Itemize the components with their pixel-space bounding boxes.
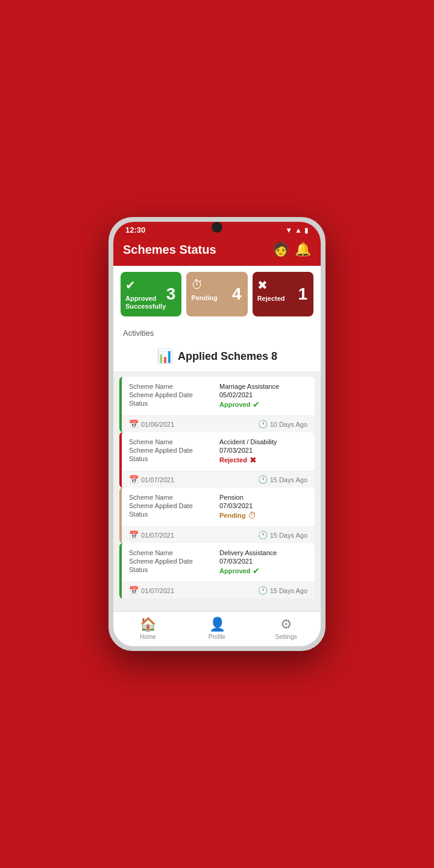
profile-label: Profile [209, 634, 225, 640]
applied-schemes-header: 📊 Applied Schemes 8 [113, 341, 321, 372]
camera-notch [212, 222, 222, 233]
rejected-label: Rejected [257, 295, 285, 303]
applied-schemes-title: Applied Schemes 8 [178, 350, 277, 363]
settings-icon: ⚙ [280, 617, 292, 632]
schemes-list: Scheme Name Marriage Assistance Scheme A… [113, 372, 321, 611]
profile-icon[interactable]: 🧑 [272, 242, 289, 257]
scheme-name-label: Scheme Name [129, 383, 217, 390]
bottom-nav: 🏠 Home 👤 Profile ⚙ Settings [113, 611, 321, 646]
scheme-info: Scheme Name Delivery Assistance Scheme A… [122, 543, 315, 582]
approved-icon: ✔ [125, 278, 136, 292]
scheme-card[interactable]: Scheme Name Delivery Assistance Scheme A… [119, 543, 315, 599]
scheme-time-footer: 🕐 15 Days Ago [258, 586, 307, 595]
scheme-name-value: Accident / Disability [219, 438, 307, 445]
scheme-card[interactable]: Scheme Name Pension Scheme Applied Date … [119, 488, 315, 543]
scheme-footer: 📅 01/06/2021 🕐 10 Days Ago [122, 415, 315, 432]
activities-label: Activities [123, 329, 154, 338]
scheme-status-label: Status [129, 511, 217, 520]
approved-count: 3 [166, 285, 176, 304]
calendar-icon: 📅 [129, 475, 139, 484]
stat-card-rejected[interactable]: ✖ Rejected 1 [253, 272, 313, 316]
scheme-name-label: Scheme Name [129, 549, 217, 556]
scheme-time-footer: 🕐 15 Days Ago [258, 475, 307, 484]
chart-icon: 📊 [157, 348, 173, 364]
scheme-status-label: Status [129, 400, 217, 409]
status-badge: Approved [219, 567, 250, 574]
footer-days-ago: 15 Days Ago [270, 532, 307, 539]
wifi-icon: ▼ [285, 226, 292, 234]
footer-date: 01/07/2021 [141, 476, 174, 483]
scheme-date-footer: 📅 01/07/2021 [129, 475, 174, 484]
approved-label: ApprovedSuccessfully [125, 295, 166, 310]
pending-label: Pending [191, 294, 217, 302]
scheme-info: Scheme Name Accident / Disability Scheme… [122, 432, 315, 471]
status-icons: ▼ ▲ ▮ [285, 226, 309, 234]
clock-icon: 🕐 [258, 530, 268, 539]
activities-section: Activities [113, 322, 321, 341]
scheme-name-value: Marriage Assistance [219, 383, 307, 390]
scheme-status-label: Status [129, 566, 217, 576]
status-badge: Pending [219, 512, 245, 519]
calendar-icon: 📅 [129, 530, 139, 539]
header-actions: 🧑 🔔 [272, 242, 311, 257]
status-badge: Approved [219, 401, 250, 408]
status-dot-icon: ✔ [253, 400, 260, 409]
rejected-icon: ✖ [257, 278, 268, 292]
scheme-date-label: Scheme Applied Date [129, 558, 217, 565]
scheme-info: Scheme Name Pension Scheme Applied Date … [122, 488, 315, 526]
person-icon: 👤 [209, 617, 225, 632]
nav-home[interactable]: 🏠 Home [113, 617, 183, 640]
scheme-status-row: Approved ✔ [219, 400, 307, 409]
scheme-name-label: Scheme Name [129, 494, 217, 501]
footer-days-ago: 15 Days Ago [270, 476, 307, 483]
scheme-date-footer: 📅 01/06/2021 [129, 420, 174, 429]
battery-icon: ▮ [304, 226, 309, 234]
scheme-time-footer: 🕐 15 Days Ago [258, 530, 307, 539]
scheme-date-footer: 📅 01/07/2021 [129, 530, 174, 539]
footer-date: 01/07/2021 [141, 532, 174, 539]
home-label: Home [140, 634, 156, 640]
scheme-footer: 📅 01/07/2021 🕐 15 Days Ago [122, 471, 315, 488]
stat-card-pending[interactable]: ⏱ Pending 4 [186, 272, 247, 316]
calendar-icon: 📅 [129, 420, 139, 429]
scheme-name-value: Delivery Assistance [219, 549, 307, 556]
page-title: Schemes Status [123, 243, 216, 257]
clock-icon: 🕐 [258, 475, 268, 484]
scheme-name-value: Pension [219, 494, 307, 501]
scheme-date-value: 07/03/2021 [219, 447, 307, 454]
pending-count: 4 [232, 285, 242, 304]
header: Schemes Status 🧑 🔔 [113, 237, 321, 266]
signal-icon: ▲ [295, 226, 302, 234]
stat-card-approved[interactable]: ✔ ApprovedSuccessfully 3 [121, 272, 181, 316]
scheme-card[interactable]: Scheme Name Marriage Assistance Scheme A… [119, 377, 315, 432]
stats-row: ✔ ApprovedSuccessfully 3 ⏱ Pending 4 ✖ R… [113, 266, 321, 322]
scheme-status-row: Approved ✔ [219, 566, 307, 576]
calendar-icon: 📅 [129, 586, 139, 595]
phone-frame: 12:30 ▼ ▲ ▮ Schemes Status 🧑 🔔 ✔ Approve… [108, 217, 326, 651]
status-badge: Rejected [219, 456, 247, 464]
rejected-count: 1 [298, 285, 307, 304]
scheme-date-value: 07/03/2021 [219, 502, 307, 509]
clock-icon: 🕐 [258, 586, 268, 595]
scheme-time-footer: 🕐 10 Days Ago [258, 420, 307, 429]
status-time: 12:30 [125, 225, 145, 234]
scheme-name-label: Scheme Name [129, 438, 217, 445]
notification-icon[interactable]: 🔔 [295, 242, 311, 257]
footer-days-ago: 15 Days Ago [270, 587, 307, 594]
scheme-info: Scheme Name Marriage Assistance Scheme A… [122, 377, 315, 415]
status-dot-icon: ✔ [253, 566, 260, 576]
scheme-date-label: Scheme Applied Date [129, 447, 217, 454]
home-icon: 🏠 [140, 617, 156, 632]
status-dot-icon: ⏱ [248, 511, 256, 520]
settings-label: Settings [275, 634, 297, 640]
pending-icon: ⏱ [191, 278, 203, 292]
scheme-date-footer: 📅 01/07/2021 [129, 586, 174, 595]
nav-profile[interactable]: 👤 Profile [183, 617, 252, 640]
scheme-date-value: 07/03/2021 [219, 558, 307, 565]
scheme-status-label: Status [129, 455, 217, 465]
nav-settings[interactable]: ⚙ Settings [251, 617, 321, 640]
scheme-status-row: Pending ⏱ [219, 511, 307, 520]
scheme-status-row: Rejected ✖ [219, 455, 307, 465]
phone-screen: 12:30 ▼ ▲ ▮ Schemes Status 🧑 🔔 ✔ Approve… [113, 222, 321, 646]
scheme-card[interactable]: Scheme Name Accident / Disability Scheme… [119, 432, 315, 488]
